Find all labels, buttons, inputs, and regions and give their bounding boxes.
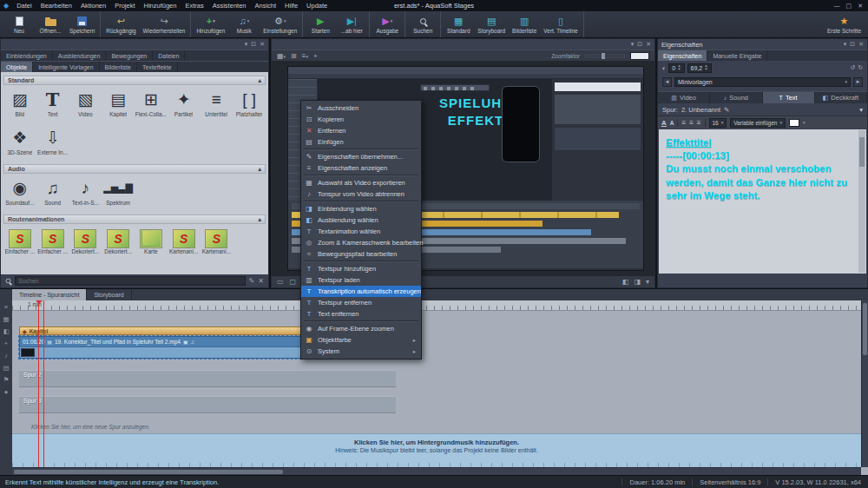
editor-scrollbar[interactable] [858,130,865,273]
track-spur2[interactable]: Spur 2 [19,370,396,387]
tab-ausblendungen[interactable]: Ausblendungen [53,50,107,61]
pos-y-field[interactable]: 69,2▲▼ [687,63,712,73]
object-flexi-collage[interactable]: ⊞Flexi-Colla... [135,86,168,124]
menu-item-bewegungspfad[interactable]: ≈Bewegungspfad bearbeiten [301,248,421,260]
object-video[interactable]: ▧Video [69,86,102,124]
object-dekorierter-pfad-1[interactable]: SDekoriert... [69,225,102,263]
object-sound[interactable]: ♫Sound [36,175,69,213]
object-untertitel[interactable]: ≡Untertitel [201,86,233,124]
music-track[interactable]: Klicken Sie hier, um Hintergrundmusik hi… [12,433,861,468]
tab-dateien[interactable]: Dateien [153,50,185,61]
menu-item-zoom-kameraschwenk[interactable]: ◎Zoom & Kameraschwenk bearbeiten [301,237,421,248]
font-size-dropdown[interactable]: 16▾ [709,118,727,128]
font-decrease-icon[interactable]: A [670,120,674,126]
menu-extras[interactable]: Extras [181,2,207,10]
menu-item-ausschneiden[interactable]: ✂Ausschneiden [301,102,421,114]
timeline-hscrollbar[interactable] [12,467,861,475]
menu-aktionen[interactable]: Aktionen [76,2,110,10]
first-steps-button[interactable]: ★Erste Schritte [824,11,865,37]
rail-layers-icon[interactable]: ▤ [3,364,9,372]
menu-bearbeiten[interactable]: Bearbeiten [36,2,76,10]
tab-texteffekte[interactable]: Texteffekte [137,62,178,72]
section-standard[interactable]: Standard▴ [3,76,266,85]
tab-manuelle-eingabe[interactable]: Manuelle Eingabe [707,50,767,61]
timeline-vscrollbar[interactable] [861,300,868,467]
tab-intelligente-vorlagen[interactable]: Intelligente Vorlagen [33,62,99,72]
tab-bilderliste[interactable]: Bilderliste [100,62,137,72]
menu-item-textspur-laden[interactable]: ▥Textspur laden [301,274,421,286]
menu-update[interactable]: Update [302,2,332,10]
track-options-icon[interactable]: ▾ [859,106,863,114]
clear-icon[interactable]: ✕ [258,277,264,285]
menu-hilfe[interactable]: Hilfe [280,2,302,10]
menu-item-frame-ebene-zoomen[interactable]: ◉Auf Frame-Ebene zoomen [301,323,421,334]
layout-storyboard-button[interactable]: ▤Storyboard [474,11,509,37]
panel-menu-icon[interactable]: ▾ [631,41,635,48]
insert-variable-dropdown[interactable]: Variable einfügen▾ [730,118,786,128]
font-increase-icon[interactable]: A [661,119,667,127]
object-karte[interactable]: SKarte [135,225,168,263]
panel-close-icon[interactable]: ✕ [646,41,651,48]
reset-icon[interactable]: ↺ [850,64,855,71]
object-kapitel[interactable]: ▤Kapitel [102,86,135,124]
align-left-icon[interactable]: ≡ [681,119,686,127]
tab-bewegungen[interactable]: Bewegungen [106,50,153,61]
section-routenanimationen[interactable]: Routenanimationen▴ [3,214,266,224]
rail-record-icon[interactable]: ● [4,388,9,396]
ratio-icon[interactable]: ◨ [634,278,641,286]
fit-icon[interactable]: ◧ [622,278,629,286]
pos-x-field[interactable]: 0▲▼ [668,63,684,73]
fullframe-icon[interactable]: ▢ [290,278,297,286]
menu-item-entfernen[interactable]: ✕Entfernen [301,125,421,136]
guides-icon[interactable]: ≡▾ [302,52,308,60]
text-editor[interactable]: Effekttitel -----[00:00:13] Du musst noc… [659,129,866,274]
rail-music-icon[interactable]: ♪ [4,352,8,359]
rail-grid-icon[interactable]: ▦ [3,315,9,323]
object-einfacher-pfad-1[interactable]: SEinfacher ... [3,225,36,263]
prev-template-button[interactable]: ◄ [662,77,672,87]
panel-float-icon[interactable]: ⊡ [850,41,855,48]
tab-deckkraft[interactable]: ◧Deckkraft [815,92,867,103]
tab-storyboard[interactable]: Storyboard [87,289,131,300]
snap-icon[interactable]: ⊞ [291,52,297,60]
minimize-button[interactable]: — [834,3,840,10]
toolbox-search-input[interactable] [15,276,246,286]
music-button[interactable]: ♫▾Musik [228,11,260,37]
object-dekorierter-pfad-2[interactable]: SDekoriert... [102,225,135,263]
undo-button[interactable]: ↩Rückgängig [102,11,139,37]
playhead[interactable] [38,300,44,467]
object-text[interactable]: TText [36,86,69,124]
section-audio[interactable]: Audio▴ [3,164,266,174]
add-button[interactable]: +▾Hinzufügen [193,11,228,37]
redo-button[interactable]: ↪Wiederherstellen [140,11,189,37]
object-3d-szene[interactable]: ❖3D-Szene [3,124,36,162]
edit-icon[interactable]: ✎ [249,277,255,285]
tab-objekte[interactable]: Objekte [1,62,33,72]
tab-einblendungen[interactable]: Einblendungen [1,50,53,61]
object-soundaufnahme[interactable]: ◉Soundauf... [3,175,36,213]
menu-item-system[interactable]: ⊙System▸ [301,346,421,357]
zoom-value-field[interactable] [630,52,649,60]
rotation-icon[interactable]: ◐ [662,65,666,71]
save-button[interactable]: Speichern [66,11,98,37]
menu-item-textspur-hinzufuegen[interactable]: TTextspur hinzufügen [301,263,421,274]
menu-datei[interactable]: Datei [12,2,36,10]
tab-video[interactable]: ▥Video [658,92,710,103]
panel-float-icon[interactable]: ⊡ [637,41,642,48]
menu-assistenten[interactable]: Assistenten [208,2,251,10]
menu-item-einfuegen[interactable]: ▤Einfügen [301,136,421,148]
menu-ansicht[interactable]: Ansicht [250,2,280,10]
menu-item-ausblendung-waehlen[interactable]: ◧Ausblendung wählen [301,214,421,226]
preview-settings-icon[interactable]: ▾ [646,278,649,286]
tab-sound[interactable]: ♪Sound [710,92,762,103]
menu-item-text-entfernen[interactable]: TText entfernen [301,308,421,320]
more-format-icon[interactable]: ▾ [803,120,806,125]
tab-text[interactable]: TText [763,92,815,103]
rail-list-icon[interactable]: ≡ [4,303,8,311]
object-bild[interactable]: ▨Bild [3,86,36,124]
menu-item-transkription-erzeugen[interactable]: TTranskription automatisch erzeugen [301,286,421,297]
panel-float-icon[interactable]: ⊡ [251,41,256,48]
open-button[interactable]: Öffnen... [35,11,66,37]
menu-projekt[interactable]: Projekt [110,2,139,10]
search-button[interactable]: Suchen [407,11,438,37]
